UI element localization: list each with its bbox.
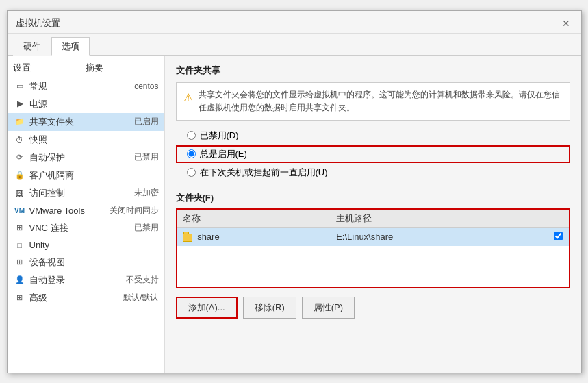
autologin-icon: 👤 <box>13 275 27 286</box>
sidebar-item-summary: 默认/默认 <box>123 292 158 304</box>
action-buttons-row: 添加(A)... 移除(R) 属性(P) <box>176 297 570 319</box>
sidebar-item-label: 电源 <box>29 98 156 110</box>
vnc-icon: ⊞ <box>13 223 27 234</box>
sidebar-item-autoprotect[interactable]: ⟳ 自动保护 已禁用 <box>8 149 164 166</box>
info-text: 共享文件夹会将您的文件显示给虚拟机中的程序。这可能为您的计算机和数据带来风险。请… <box>199 88 563 114</box>
radio-disabled-input[interactable] <box>187 131 196 140</box>
folder-enabled-checkbox[interactable] <box>554 232 563 240</box>
monitor-icon: ▭ <box>13 81 27 92</box>
folder-path-cell: E:\Linux\share <box>331 227 548 246</box>
add-button[interactable]: 添加(A)... <box>176 297 238 319</box>
sidebar-item-label: Unity <box>29 240 156 250</box>
radio-disabled-label: 已禁用(D) <box>200 129 239 142</box>
col-header-path: 主机路径 <box>331 210 548 228</box>
folder-name: share <box>197 232 220 242</box>
folders-section-title: 文件夹(F) <box>176 192 570 204</box>
main-window: 虚拟机设置 ✕ 硬件 选项 设置 摘要 ▭ 常规 centos ▶ 电源 <box>7 10 582 373</box>
radio-disabled[interactable]: 已禁用(D) <box>176 127 570 144</box>
snapshot-icon: ⏱ <box>13 134 27 145</box>
right-panel: 文件夹共享 ⚠ 共享文件夹会将您的文件显示给虚拟机中的程序。这可能为您的计算机和… <box>165 56 581 373</box>
radio-until-poweroff-label: 在下次关机或挂起前一直启用(U) <box>200 166 328 179</box>
sidebar-item-label: 常规 <box>29 80 132 92</box>
sidebar-item-isolation[interactable]: 🔒 客户机隔离 <box>8 166 164 184</box>
table-row[interactable]: share E:\Linux\share <box>177 227 569 246</box>
folder-table-wrapper: 名称 主机路径 share E:\Linux\share <box>176 208 570 288</box>
folder-checkbox-cell[interactable] <box>548 227 569 246</box>
properties-button[interactable]: 属性(P) <box>302 297 355 319</box>
sidebar-item-vnc[interactable]: ⊞ VNC 连接 已禁用 <box>8 219 164 237</box>
autoprotect-icon: ⟳ <box>13 152 27 163</box>
info-box: ⚠ 共享文件夹会将您的文件显示给虚拟机中的程序。这可能为您的计算机和数据带来风险… <box>176 82 570 121</box>
sidebar-item-shared-folder[interactable]: 📁 共享文件夹 已启用 <box>8 113 164 131</box>
col-header-setting: 设置 <box>13 62 86 74</box>
shared-folder-title: 文件夹共享 <box>176 64 570 77</box>
sidebar-item-label: 客户机隔离 <box>29 169 156 182</box>
tab-options[interactable]: 选项 <box>51 37 90 56</box>
sidebar-item-label: 自动登录 <box>29 274 123 286</box>
title-bar: 虚拟机设置 ✕ <box>8 11 581 34</box>
vmware-tools-icon: VM <box>13 205 27 216</box>
sidebar-item-unity[interactable]: □ Unity <box>8 237 164 254</box>
sidebar-item-label: 自动保护 <box>29 151 131 164</box>
folder-table: 名称 主机路径 share E:\Linux\share <box>177 210 569 246</box>
isolation-icon: 🔒 <box>13 170 27 181</box>
left-panel-header: 设置 摘要 <box>8 56 164 77</box>
radio-always-on-label: 总是启用(E) <box>200 148 247 160</box>
unity-icon: □ <box>13 240 27 251</box>
tab-hardware[interactable]: 硬件 <box>13 37 51 56</box>
tabs-bar: 硬件 选项 <box>8 34 581 56</box>
sidebar-item-label: 高级 <box>29 292 121 304</box>
radio-always-on[interactable]: 总是启用(E) <box>176 145 570 163</box>
advanced-icon: ⊞ <box>13 293 27 304</box>
folder-icon <box>183 234 192 242</box>
radio-group: 已禁用(D) 总是启用(E) 在下次关机或挂起前一直启用(U) <box>176 127 570 181</box>
sidebar-item-vmware-tools[interactable]: VM VMware Tools 关闭时间同步 <box>8 202 164 219</box>
col-header-summary: 摘要 <box>86 62 159 74</box>
sidebar-item-summary: centos <box>134 82 158 91</box>
remove-button[interactable]: 移除(R) <box>243 297 296 319</box>
sidebar-item-label: 共享文件夹 <box>29 116 131 128</box>
folder-name-cell: share <box>177 227 331 246</box>
table-empty-area <box>177 246 569 287</box>
sidebar-item-summary: 不受支持 <box>126 274 159 286</box>
shared-folder-icon: 📁 <box>13 116 27 127</box>
col-header-name: 名称 <box>177 210 331 228</box>
sidebar-item-label: 设备视图 <box>29 256 156 269</box>
sidebar-item-advanced[interactable]: ⊞ 高级 默认/默认 <box>8 289 164 307</box>
close-button[interactable]: ✕ <box>559 16 573 30</box>
sidebar-item-label: 快照 <box>29 134 156 146</box>
radio-always-on-input[interactable] <box>187 149 196 158</box>
sidebar-item-summary: 已启用 <box>134 116 159 127</box>
sidebar-item-summary: 未加密 <box>134 187 159 199</box>
table-header-row: 名称 主机路径 <box>177 210 569 228</box>
left-panel: 设置 摘要 ▭ 常规 centos ▶ 电源 📁 共享文件夹 已启用 ⏱ 快 <box>8 56 165 373</box>
sidebar-item-label: VNC 连接 <box>29 222 131 234</box>
device-view-icon: ⊞ <box>13 257 27 268</box>
sidebar-item-summary: 已禁用 <box>134 222 159 234</box>
radio-until-poweroff[interactable]: 在下次关机或挂起前一直启用(U) <box>176 164 570 181</box>
warning-icon: ⚠ <box>183 89 193 107</box>
power-icon: ▶ <box>13 99 27 110</box>
sidebar-item-normal[interactable]: ▭ 常规 centos <box>8 77 164 95</box>
sidebar-item-summary: 关闭时间同步 <box>110 205 159 217</box>
sidebar-item-summary: 已禁用 <box>134 151 159 163</box>
sidebar-item-label: VMware Tools <box>29 206 107 216</box>
sidebar-item-device-view[interactable]: ⊞ 设备视图 <box>8 254 164 271</box>
window-title: 虚拟机设置 <box>16 17 60 29</box>
sidebar-item-label: 访问控制 <box>29 187 131 199</box>
sidebar-item-access-control[interactable]: 🖼 访问控制 未加密 <box>8 184 164 202</box>
content-area: 设置 摘要 ▭ 常规 centos ▶ 电源 📁 共享文件夹 已启用 ⏱ 快 <box>8 56 581 373</box>
access-control-icon: 🖼 <box>13 188 27 199</box>
radio-until-poweroff-input[interactable] <box>187 168 196 177</box>
sidebar-item-snapshot[interactable]: ⏱ 快照 <box>8 131 164 149</box>
sidebar-item-autologin[interactable]: 👤 自动登录 不受支持 <box>8 271 164 289</box>
sidebar-item-power[interactable]: ▶ 电源 <box>8 95 164 113</box>
